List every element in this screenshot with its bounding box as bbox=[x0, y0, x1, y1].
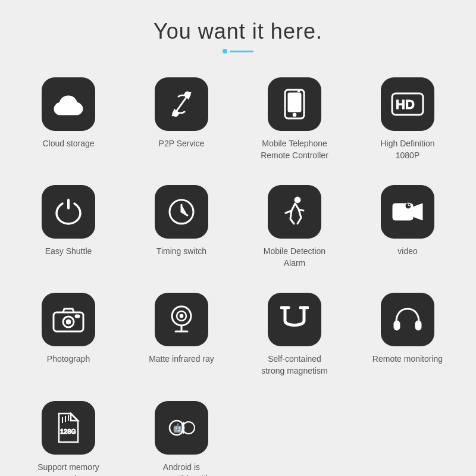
strong-magnetism-label: Self-contained strong magnetism bbox=[256, 353, 333, 377]
svg-point-14 bbox=[408, 203, 411, 206]
memory-card-label: Support memory card bbox=[30, 462, 107, 476]
svg-point-21 bbox=[180, 314, 183, 318]
feature-item-hd-1080p: HD High Definition 1080P bbox=[351, 67, 464, 174]
android-apple-label: Android is compatible with Apple bbox=[143, 462, 220, 476]
feature-item-p2p-service: P2P Service bbox=[125, 67, 238, 174]
easy-shuttle-icon-box bbox=[42, 185, 95, 239]
feature-item-strong-magnetism: Self-contained strong magnetism bbox=[238, 282, 351, 390]
page-title: You want it here. bbox=[154, 19, 322, 44]
feature-item-photograph: Photograph bbox=[12, 282, 125, 390]
svg-rect-24 bbox=[394, 321, 400, 330]
feature-item-easy-shuttle: Easy Shuttle bbox=[12, 174, 125, 282]
strong-magnetism-icon-box bbox=[268, 293, 321, 346]
timing-switch-icon-box bbox=[155, 185, 208, 239]
video-icon-box bbox=[381, 185, 434, 239]
mobile-telephone-icon-box bbox=[268, 77, 321, 131]
svg-text:HD: HD bbox=[396, 97, 415, 112]
svg-point-17 bbox=[66, 320, 71, 324]
svg-marker-12 bbox=[413, 203, 422, 220]
svg-line-0 bbox=[176, 96, 187, 112]
decoration-line bbox=[230, 51, 253, 52]
p2p-service-label: P2P Service bbox=[159, 138, 205, 150]
feature-item-cloud-storage: Cloud storage bbox=[12, 67, 125, 174]
decoration-dot bbox=[223, 49, 227, 54]
svg-rect-4 bbox=[288, 93, 301, 112]
android-apple-icon-box: 🤖 bbox=[155, 401, 208, 455]
remote-monitoring-label: Remote monitoring bbox=[372, 353, 443, 365]
mobile-detection-icon-box bbox=[268, 185, 321, 239]
feature-item-android-apple: 🤖 Android is compatible with Apple bbox=[125, 390, 238, 476]
page-header: You want it here. bbox=[154, 0, 322, 61]
svg-point-5 bbox=[293, 113, 296, 117]
cloud-storage-label: Cloud storage bbox=[42, 138, 94, 150]
timing-switch-label: Timing switch bbox=[156, 246, 206, 258]
mobile-telephone-label: Mobile Telephone Remote Controller bbox=[256, 138, 333, 161]
svg-text:128G: 128G bbox=[60, 428, 76, 435]
p2p-service-icon-box bbox=[155, 77, 208, 131]
cloud-storage-icon-box bbox=[42, 77, 95, 131]
svg-point-6 bbox=[298, 90, 300, 92]
mobile-detection-label: Mobile Detection Alarm bbox=[256, 246, 333, 269]
matte-infrared-label: Matte infrared ray bbox=[149, 353, 214, 365]
features-grid: Cloud storage P2P Service Mobile Telepho… bbox=[12, 61, 464, 476]
svg-point-10 bbox=[295, 197, 300, 203]
feature-item-remote-monitoring: Remote monitoring bbox=[351, 282, 464, 390]
header-decoration bbox=[154, 49, 322, 54]
easy-shuttle-label: Easy Shuttle bbox=[45, 246, 92, 258]
memory-card-icon-box: 128G bbox=[42, 401, 95, 455]
photograph-label: Photograph bbox=[47, 353, 90, 365]
feature-item-mobile-telephone: Mobile Telephone Remote Controller bbox=[238, 67, 351, 174]
feature-item-mobile-detection: Mobile Detection Alarm bbox=[238, 174, 351, 282]
feature-item-video: video bbox=[351, 174, 464, 282]
svg-rect-18 bbox=[75, 315, 80, 318]
matte-infrared-icon-box bbox=[155, 293, 208, 346]
feature-item-timing-switch: Timing switch bbox=[125, 174, 238, 282]
remote-monitoring-icon-box bbox=[381, 293, 434, 346]
photograph-icon-box bbox=[42, 293, 95, 346]
hd-1080p-icon-box: HD bbox=[381, 77, 434, 131]
feature-item-matte-infrared: Matte infrared ray bbox=[125, 282, 238, 390]
feature-item-memory-card: 128G Support memory card bbox=[12, 390, 125, 476]
hd-1080p-label: High Definition 1080P bbox=[369, 138, 446, 161]
svg-rect-25 bbox=[415, 321, 421, 330]
video-label: video bbox=[397, 246, 417, 258]
